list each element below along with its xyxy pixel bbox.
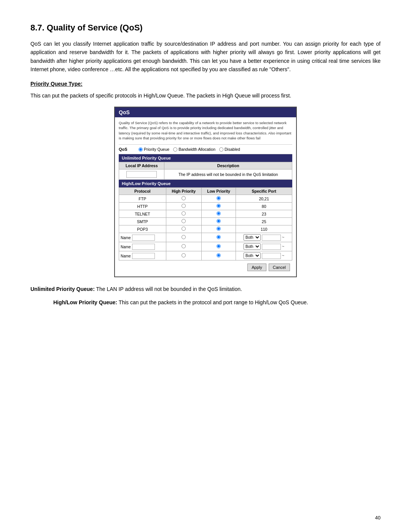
- unlimited-desc-cell: The IP address will not be bounded in th…: [164, 169, 292, 180]
- highlow-desc-text: This can put the packets in the protocol…: [117, 299, 308, 305]
- cancel-button[interactable]: Cancel: [269, 264, 290, 271]
- ftp-high: [166, 195, 201, 203]
- telnet-low: [201, 210, 236, 218]
- smtp-high: [166, 218, 201, 225]
- custom3-port: Both TCP UDP ~: [236, 251, 292, 260]
- http-low: [201, 203, 236, 210]
- custom3-port-input[interactable]: [262, 253, 281, 259]
- ftp-high-radio[interactable]: [182, 197, 186, 201]
- custom2-port: Both TCP UDP ~: [236, 242, 292, 251]
- qos-mode-row: QoS Priority Queue Bandwidth Allocation …: [119, 144, 292, 154]
- protocol-ftp: FTP: [119, 195, 166, 203]
- custom2-protocol: Name: [119, 242, 166, 251]
- protocol-telnet: TELNET: [119, 210, 166, 218]
- http-low-radio[interactable]: [217, 204, 221, 209]
- unlimited-desc-bold: Unlimited Priority Queue:: [30, 286, 95, 292]
- queue-description: This can put the packets of specific pro…: [30, 91, 381, 100]
- pop3-low-radio[interactable]: [217, 227, 221, 232]
- custom2-low-radio[interactable]: [217, 244, 221, 249]
- protocol-smtp: SMTP: [119, 218, 166, 225]
- unlimited-ip-cell: [119, 169, 164, 180]
- table-row: Name Both: [119, 242, 292, 251]
- custom3-high: [166, 251, 201, 260]
- highlow-section-header: High/Low Priority Queue: [119, 180, 292, 187]
- unlimited-section-header: Unlimited Priority Queue: [119, 154, 292, 162]
- custom2-both-select[interactable]: Both TCP UDP: [244, 243, 261, 250]
- custom3-name-input[interactable]: [132, 253, 155, 259]
- custom1-port: Both TCP UDP ~: [236, 233, 292, 242]
- table-row: HTTP 80: [119, 203, 292, 210]
- qos-panel: QoS Quality of Service (QoS) refers to t…: [114, 107, 297, 277]
- smtp-low: [201, 218, 236, 225]
- protocol-http: HTTP: [119, 203, 166, 210]
- bottom-text: Unlimited Priority Queue: The LAN IP add…: [30, 285, 381, 307]
- http-high-radio[interactable]: [182, 204, 186, 209]
- table-row: Name Both: [119, 251, 292, 260]
- custom2-high-radio[interactable]: [182, 244, 186, 249]
- custom2-high: [166, 242, 201, 251]
- table-row: TELNET 23: [119, 210, 292, 218]
- highlow-desc-bold: High/Low Priority Queue:: [53, 299, 117, 305]
- unlimited-ip-input[interactable]: [126, 171, 157, 178]
- page-number: 40: [375, 515, 381, 521]
- custom3-both-select[interactable]: Both TCP UDP: [244, 252, 261, 259]
- unlimited-desc-para: Unlimited Priority Queue: The LAN IP add…: [30, 285, 381, 293]
- unlimited-row: The IP address will not be bounded in th…: [119, 169, 292, 180]
- highlow-desc-para: High/Low Priority Queue: This can put th…: [30, 298, 381, 307]
- custom1-high: [166, 233, 201, 242]
- pop3-high-radio[interactable]: [182, 227, 186, 232]
- custom1-low: [201, 233, 236, 242]
- telnet-low-radio[interactable]: [217, 212, 221, 216]
- ftp-low-radio[interactable]: [217, 197, 221, 201]
- apply-button[interactable]: Apply: [247, 264, 266, 271]
- radio-priority-queue[interactable]: Priority Queue: [139, 147, 169, 152]
- qos-radio-group: Priority Queue Bandwidth Allocation Disa…: [139, 147, 240, 152]
- pop3-high: [166, 225, 201, 233]
- table-row: POP3 110: [119, 225, 292, 233]
- custom2-name-input[interactable]: [132, 244, 155, 250]
- qos-panel-header: QoS: [115, 107, 296, 117]
- custom1-high-radio[interactable]: [182, 235, 186, 240]
- unlimited-table: Local IP Address Description The IP addr…: [119, 162, 292, 180]
- custom1-both-select[interactable]: Both TCP UDP: [244, 234, 261, 241]
- th-description: Description: [164, 162, 292, 169]
- table-row: FTP 20,21: [119, 195, 292, 203]
- custom2-port-input[interactable]: [262, 244, 281, 250]
- custom2-tilde: ~: [282, 244, 284, 249]
- custom3-low-radio[interactable]: [217, 254, 221, 258]
- ftp-low: [201, 195, 236, 203]
- custom1-port-input[interactable]: [262, 235, 281, 241]
- smtp-low-radio[interactable]: [217, 219, 221, 224]
- custom1-low-radio[interactable]: [217, 235, 221, 240]
- http-port: 80: [236, 203, 292, 210]
- custom3-tilde: ~: [282, 253, 284, 258]
- ftp-port: 20,21: [236, 195, 292, 203]
- intro-paragraph: QoS can let you classify Internet applic…: [30, 40, 381, 74]
- qos-panel-body: Quality of Service (QoS) refers to the c…: [115, 117, 296, 276]
- pop3-low: [201, 225, 236, 233]
- unlimited-desc-text: The LAN IP address will not be bounded i…: [95, 286, 242, 292]
- custom3-high-radio[interactable]: [182, 254, 186, 258]
- custom1-protocol: Name: [119, 233, 166, 242]
- custom1-name-input[interactable]: [132, 235, 155, 241]
- th-local-ip: Local IP Address: [119, 162, 164, 169]
- highlow-table: Protocol High Priority Low Priority Spec…: [119, 187, 292, 260]
- priority-queue-type-label: Priority Queue Type:: [30, 81, 381, 87]
- http-high: [166, 203, 201, 210]
- smtp-high-radio[interactable]: [182, 219, 186, 224]
- telnet-high: [166, 210, 201, 218]
- table-row: Name Both: [119, 233, 292, 242]
- radio-disabled[interactable]: Disabled: [219, 147, 240, 152]
- table-row: SMTP 25: [119, 218, 292, 225]
- custom1-tilde: ~: [282, 235, 284, 240]
- custom2-low: [201, 242, 236, 251]
- th-high-priority: High Priority: [166, 188, 201, 195]
- telnet-high-radio[interactable]: [182, 212, 186, 216]
- smtp-port: 25: [236, 218, 292, 225]
- page-title: 8.7. Quality of Service (QoS): [30, 23, 381, 33]
- custom3-protocol: Name: [119, 251, 166, 260]
- radio-bandwidth-allocation[interactable]: Bandwidth Allocation: [173, 147, 215, 152]
- qos-mode-label: QoS: [119, 147, 134, 152]
- th-protocol: Protocol: [119, 188, 166, 195]
- th-specific-port: Specific Port: [236, 188, 292, 195]
